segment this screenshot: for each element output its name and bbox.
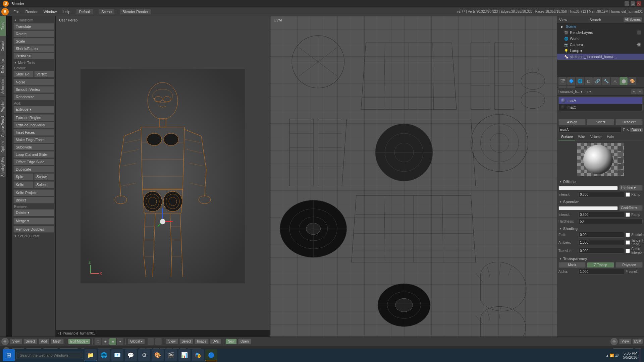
- make-edge-face-btn[interactable]: Make Edge/Face: [13, 136, 54, 143]
- transform-section[interactable]: Transform: [13, 17, 54, 23]
- shadeless-checkbox[interactable]: [626, 233, 630, 237]
- taskbar-chrome[interactable]: 🌐: [98, 349, 110, 361]
- scene-selector[interactable]: Scene: [99, 9, 114, 14]
- uv-uvs-menu[interactable]: UVs: [210, 339, 221, 344]
- view-menu[interactable]: View: [10, 339, 22, 344]
- extrude-individual-btn[interactable]: Extrude Individual: [13, 122, 54, 128]
- mat-tab-halo[interactable]: Halo: [604, 134, 616, 140]
- mat-f-btn[interactable]: F: [623, 128, 625, 132]
- spin-btn[interactable]: Spin: [13, 173, 34, 180]
- add-material-btn[interactable]: +: [631, 89, 637, 94]
- all-scenes-btn[interactable]: All Scenes: [624, 17, 642, 22]
- knife-btn[interactable]: Knife: [13, 181, 34, 188]
- material-type-selector[interactable]: ma ▾: [584, 90, 591, 94]
- taskbar-excel[interactable]: 📊: [178, 349, 191, 361]
- shading-section[interactable]: Shading: [558, 225, 643, 232]
- menu-file[interactable]: File: [11, 9, 22, 14]
- diffuse-color[interactable]: [558, 186, 618, 190]
- taskbar-settings[interactable]: ⚙: [138, 349, 150, 361]
- snap-icon[interactable]: [148, 338, 154, 345]
- mask-btn[interactable]: Mask: [558, 262, 586, 268]
- outliner-item-renderlayers[interactable]: 🎬 RenderLayers: [557, 29, 644, 36]
- mat-name-input[interactable]: [558, 127, 622, 133]
- noise-btn[interactable]: Noise: [13, 79, 54, 85]
- proportional-icon[interactable]: [155, 338, 162, 345]
- subdivide-btn[interactable]: Subdivide: [13, 144, 54, 150]
- outliner-item-camera[interactable]: 📷 Camera 👁: [557, 42, 644, 48]
- show-desktop-btn[interactable]: [639, 349, 641, 362]
- emit-input[interactable]: [578, 232, 624, 238]
- mat-data-btn[interactable]: Data ▾: [630, 128, 643, 132]
- extrude-region-btn[interactable]: Extrude Region: [13, 114, 54, 121]
- shrink-fatten-btn[interactable]: Shrink/Fatten: [13, 45, 54, 52]
- z-transp-btn[interactable]: Z Transp: [587, 262, 614, 268]
- uvm-label[interactable]: UVM: [633, 339, 643, 344]
- translate-btn[interactable]: Translate: [13, 23, 54, 30]
- taskbar-explorer[interactable]: 📁: [85, 349, 97, 361]
- outliner-item-world[interactable]: 🌐 World: [557, 36, 644, 42]
- mesh-tools-section[interactable]: Mesh Tools: [13, 60, 54, 66]
- camera-eye-icon[interactable]: 👁: [637, 43, 641, 47]
- offset-edge-slide-btn[interactable]: Offset Edge Slide: [13, 159, 54, 165]
- constraints-icon[interactable]: 🔗: [593, 77, 601, 85]
- new-image-btn[interactable]: New: [225, 339, 237, 344]
- slide-edge-btn[interactable]: Slide Ed: [13, 71, 34, 77]
- open-image-btn[interactable]: Open: [238, 339, 251, 344]
- add-menu[interactable]: Add: [39, 339, 49, 344]
- material-icon[interactable]: ⬤: [620, 77, 628, 85]
- raytrace-btn[interactable]: Raytrace: [615, 262, 643, 268]
- viewport-3d[interactable]: User Persp: [56, 16, 270, 337]
- ambient-input[interactable]: [578, 240, 624, 245]
- delete-dropdown[interactable]: Delete ▾: [13, 209, 54, 216]
- hardness-input[interactable]: [578, 219, 643, 224]
- uv-view-btn[interactable]: View: [619, 339, 631, 344]
- scale-btn[interactable]: Scale: [13, 38, 54, 45]
- taskbar-icons[interactable]: ▲ 📶 🔊: [606, 354, 619, 357]
- taskbar-search[interactable]: [16, 352, 83, 359]
- vtab-animation[interactable]: Animation: [0, 76, 6, 97]
- edit-mode-btn[interactable]: Edit Mode ▾: [68, 339, 91, 344]
- diffuse-section[interactable]: Diffuse: [558, 178, 643, 185]
- taskbar-mail[interactable]: 📧: [111, 349, 123, 361]
- menu-window[interactable]: Window: [41, 9, 59, 14]
- diffuse-ramp-checkbox[interactable]: [626, 192, 630, 197]
- renderlayers-eye-icon[interactable]: [637, 31, 641, 35]
- outliner-item-scene[interactable]: ▶ Scene: [557, 23, 644, 29]
- outliner-item-lamp[interactable]: 💡 Lamp ●: [557, 48, 644, 54]
- vtab-shading[interactable]: Shading/UVs: [0, 157, 6, 177]
- tangent-checkbox[interactable]: [626, 240, 630, 245]
- close-button[interactable]: ✕: [637, 1, 641, 6]
- specular-section[interactable]: Specular: [558, 198, 643, 205]
- texture-view-btn[interactable]: ■: [109, 338, 116, 345]
- diffuse-shader-dropdown[interactable]: Lambert ▾: [619, 185, 643, 191]
- alpha-input[interactable]: [578, 269, 624, 275]
- outliner-item-skeleton[interactable]: 🦴 skeleton_humanoid_huma…: [557, 54, 644, 60]
- remove-material-btn[interactable]: −: [637, 89, 643, 94]
- select-mat-btn[interactable]: Select: [587, 119, 614, 125]
- vtab-options[interactable]: Options: [0, 137, 6, 157]
- transluc-input[interactable]: [578, 248, 624, 254]
- assign-btn[interactable]: Assign: [558, 119, 586, 125]
- merge-dropdown[interactable]: Merge ▾: [13, 218, 54, 225]
- uv-view-menu[interactable]: View: [166, 339, 178, 344]
- taskbar-blender[interactable]: 🔵: [205, 349, 217, 361]
- rotate-btn[interactable]: Rotate: [13, 31, 54, 37]
- pivot-selector[interactable]: Global ▾: [128, 339, 145, 344]
- push-pull-btn[interactable]: Push/Pull: [13, 53, 54, 59]
- taskbar-media[interactable]: 🎬: [165, 349, 177, 361]
- outliner[interactable]: ▶ Scene 🎬 RenderLayers 🌐 World 📷 Camera …: [557, 23, 644, 77]
- viewport-uv[interactable]: UVM: [270, 16, 557, 337]
- transparency-section[interactable]: Transparency: [558, 255, 643, 262]
- blender-menu-icon[interactable]: B: [1, 8, 9, 15]
- render-props-icon[interactable]: 🎬: [558, 77, 567, 85]
- vertex-btn[interactable]: Vertex: [34, 71, 54, 77]
- start-btn[interactable]: ⊞: [3, 349, 15, 361]
- engine-selector[interactable]: Blender Render: [120, 9, 151, 14]
- mesh-menu[interactable]: Mesh: [51, 339, 63, 344]
- viewport2-icon-btn[interactable]: ◎: [610, 338, 618, 345]
- mat-x-btn[interactable]: ✕: [626, 128, 629, 132]
- cubic-checkbox[interactable]: [626, 249, 630, 253]
- vtab-create[interactable]: Create: [0, 36, 6, 56]
- vtab-grease[interactable]: Grease Pencil: [0, 117, 6, 137]
- menu-help[interactable]: Help: [60, 9, 73, 14]
